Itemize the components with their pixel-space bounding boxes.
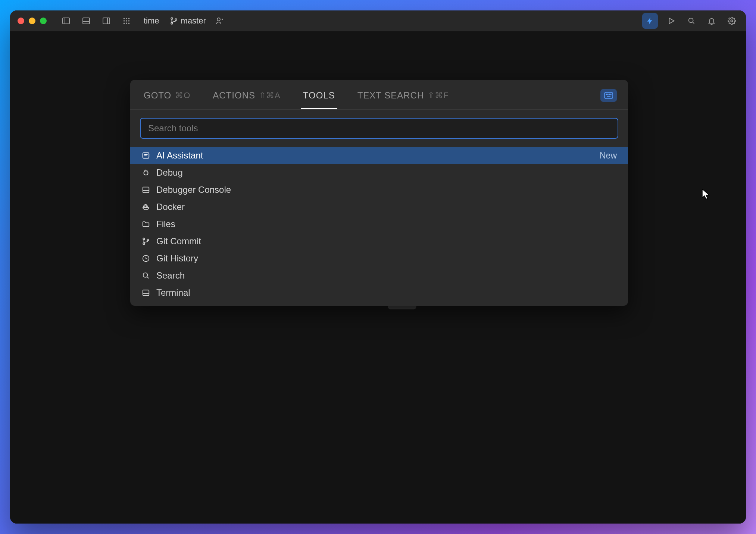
- svg-point-8: [128, 18, 130, 19]
- result-label: Git History: [156, 253, 198, 264]
- svg-rect-2: [83, 18, 90, 24]
- left-panel-toggle[interactable]: [59, 14, 73, 28]
- svg-line-37: [147, 170, 147, 171]
- search-icon: [141, 271, 150, 280]
- result-git-history[interactable]: Git History: [130, 250, 628, 267]
- git-icon: [141, 237, 150, 246]
- panel-icon: [141, 288, 150, 297]
- svg-point-28: [609, 94, 610, 95]
- tab-tools[interactable]: TOOLS: [301, 87, 337, 109]
- tab-goto[interactable]: GOTO ⌘O: [141, 87, 193, 109]
- svg-point-17: [175, 19, 177, 21]
- svg-point-26: [606, 94, 607, 95]
- folder-icon: [141, 220, 150, 229]
- app-window: time master: [10, 10, 746, 524]
- svg-point-13: [126, 23, 127, 24]
- ai-bolt-button[interactable]: [642, 13, 658, 29]
- tab-label: TEXT SEARCH: [357, 90, 424, 101]
- notifications-icon[interactable]: [705, 14, 718, 28]
- svg-point-15: [171, 18, 173, 19]
- clock-icon: [141, 254, 150, 263]
- result-ai-assistant[interactable]: AI Assistant New: [130, 147, 628, 164]
- result-terminal[interactable]: Terminal: [130, 284, 628, 301]
- tab-text-search[interactable]: TEXT SEARCH ⇧⌘F: [355, 87, 451, 109]
- settings-icon[interactable]: [725, 14, 738, 28]
- svg-point-7: [126, 18, 127, 19]
- svg-point-12: [124, 23, 125, 24]
- result-debug[interactable]: Debug: [130, 164, 628, 181]
- svg-point-14: [128, 23, 130, 24]
- palette-tabs: GOTO ⌘O ACTIONS ⇧⌘A TOOLS TEXT SEARCH ⇧⌘…: [130, 80, 628, 110]
- svg-rect-54: [143, 290, 149, 296]
- result-git-commit[interactable]: Git Commit: [130, 233, 628, 250]
- results-list: AI Assistant New Debug Debugger Console: [130, 147, 628, 306]
- command-palette: GOTO ⌘O ACTIONS ⇧⌘A TOOLS TEXT SEARCH ⇧⌘…: [130, 80, 628, 306]
- svg-line-41: [147, 175, 148, 175]
- search-tools-input[interactable]: [140, 118, 618, 139]
- result-label: Files: [156, 219, 175, 229]
- tab-actions[interactable]: ACTIONS ⇧⌘A: [210, 87, 282, 109]
- bug-icon: [141, 168, 150, 177]
- result-search[interactable]: Search: [130, 267, 628, 284]
- svg-line-40: [144, 175, 145, 175]
- right-panel-toggle[interactable]: [100, 14, 113, 28]
- svg-point-6: [124, 18, 125, 19]
- branch-name: master: [181, 16, 206, 26]
- docker-icon: [141, 202, 150, 211]
- invite-user-icon[interactable]: [213, 14, 226, 28]
- result-badge: New: [600, 151, 617, 161]
- result-label: Debugger Console: [156, 185, 231, 195]
- svg-point-29: [610, 94, 611, 95]
- svg-point-50: [147, 239, 149, 241]
- bottom-panel-toggle[interactable]: [79, 14, 93, 28]
- svg-line-53: [147, 277, 149, 279]
- svg-point-48: [143, 238, 145, 240]
- mouse-cursor: [702, 189, 710, 200]
- editor-area: New File ⌘N GOTO ⌘O ACTIONS ⇧⌘A TOOLS TE…: [10, 31, 746, 524]
- titlebar: time master: [10, 10, 746, 31]
- maximize-window[interactable]: [40, 18, 47, 24]
- svg-point-24: [731, 20, 733, 22]
- svg-point-18: [217, 18, 220, 21]
- search-icon[interactable]: [685, 14, 698, 28]
- svg-marker-21: [669, 18, 674, 24]
- result-label: Search: [156, 270, 185, 281]
- keyboard-toggle[interactable]: [600, 89, 617, 102]
- svg-line-23: [693, 22, 694, 24]
- tab-shortcut: ⇧⌘A: [259, 91, 281, 100]
- assistant-icon: [141, 151, 150, 160]
- svg-point-9: [124, 20, 125, 22]
- traffic-lights: [18, 18, 47, 24]
- tab-label: TOOLS: [303, 90, 335, 101]
- svg-rect-4: [103, 18, 110, 24]
- run-button[interactable]: [665, 14, 678, 28]
- result-label: Debug: [156, 167, 183, 178]
- branch-icon: [170, 17, 178, 25]
- tab-shortcut: ⇧⌘F: [428, 91, 449, 100]
- svg-rect-25: [605, 92, 613, 98]
- svg-point-11: [128, 20, 130, 22]
- minimize-window[interactable]: [29, 18, 35, 24]
- tab-label: GOTO: [144, 90, 171, 101]
- git-branch-selector[interactable]: master: [170, 16, 206, 26]
- svg-point-10: [126, 20, 127, 22]
- result-label: Git Commit: [156, 236, 201, 246]
- tab-label: ACTIONS: [213, 90, 255, 101]
- result-debugger-console[interactable]: Debugger Console: [130, 181, 628, 198]
- svg-point-27: [607, 94, 608, 95]
- tab-shortcut: ⌘O: [175, 91, 190, 100]
- svg-rect-42: [143, 187, 149, 193]
- project-name[interactable]: time: [140, 15, 163, 27]
- result-files[interactable]: Files: [130, 216, 628, 233]
- result-label: AI Assistant: [156, 150, 203, 161]
- svg-rect-47: [145, 205, 146, 206]
- panel-icon: [141, 185, 150, 194]
- svg-rect-0: [63, 18, 69, 24]
- svg-line-36: [144, 170, 145, 171]
- result-label: Docker: [156, 202, 185, 212]
- apps-grid-icon[interactable]: [120, 14, 133, 28]
- result-label: Terminal: [156, 288, 190, 298]
- result-docker[interactable]: Docker: [130, 198, 628, 216]
- close-window[interactable]: [18, 18, 24, 24]
